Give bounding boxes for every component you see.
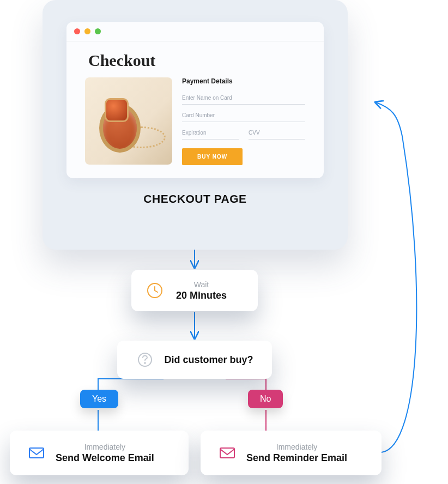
wait-label: Wait <box>194 280 209 289</box>
svg-point-6 <box>144 362 146 364</box>
welcome-email-node: Immediately Send Welcome Email <box>10 431 189 475</box>
cvv-field[interactable]: CVV <box>249 126 305 140</box>
wait-node: Wait 20 Minutes <box>131 270 258 311</box>
no-action: Send Reminder Email <box>246 452 347 464</box>
checkout-page-label: CHECKOUT PAGE <box>66 192 324 205</box>
question-icon <box>136 350 154 369</box>
checkout-page-panel: Checkout Payment Details Enter Name on C… <box>43 0 348 250</box>
product-image <box>85 77 172 165</box>
buy-now-button[interactable]: BUY NOW <box>182 148 243 165</box>
mail-icon <box>27 444 46 462</box>
checkout-browser-mock: Checkout Payment Details Enter Name on C… <box>66 22 324 178</box>
decision-node: Did customer buy? <box>117 341 272 379</box>
wait-duration: 20 Minutes <box>176 290 227 301</box>
window-minimize-icon <box>84 28 90 34</box>
card-number-field[interactable]: Card Number <box>182 109 305 122</box>
name-on-card-field[interactable]: Enter Name on Card <box>182 92 305 105</box>
window-zoom-icon <box>95 28 101 34</box>
no-tag: No <box>248 390 283 408</box>
payment-form: Payment Details Enter Name on Card Card … <box>182 77 305 165</box>
yes-action: Send Welcome Email <box>56 452 154 464</box>
svg-rect-7 <box>29 448 44 458</box>
expiration-field[interactable]: Expiration <box>182 126 239 140</box>
decision-question: Did customer buy? <box>164 354 253 366</box>
yes-timing: Immediately <box>84 443 125 451</box>
checkout-content: Checkout Payment Details Enter Name on C… <box>66 41 324 178</box>
payment-details-heading: Payment Details <box>182 77 305 85</box>
no-timing: Immediately <box>276 443 317 451</box>
mail-icon <box>218 444 237 462</box>
reminder-email-node: Immediately Send Reminder Email <box>201 431 382 475</box>
svg-rect-8 <box>220 448 234 458</box>
yes-tag: Yes <box>80 390 118 408</box>
window-close-icon <box>74 28 80 34</box>
checkout-title: Checkout <box>88 51 305 70</box>
clock-icon <box>146 281 164 300</box>
browser-chrome-bar <box>66 22 324 41</box>
